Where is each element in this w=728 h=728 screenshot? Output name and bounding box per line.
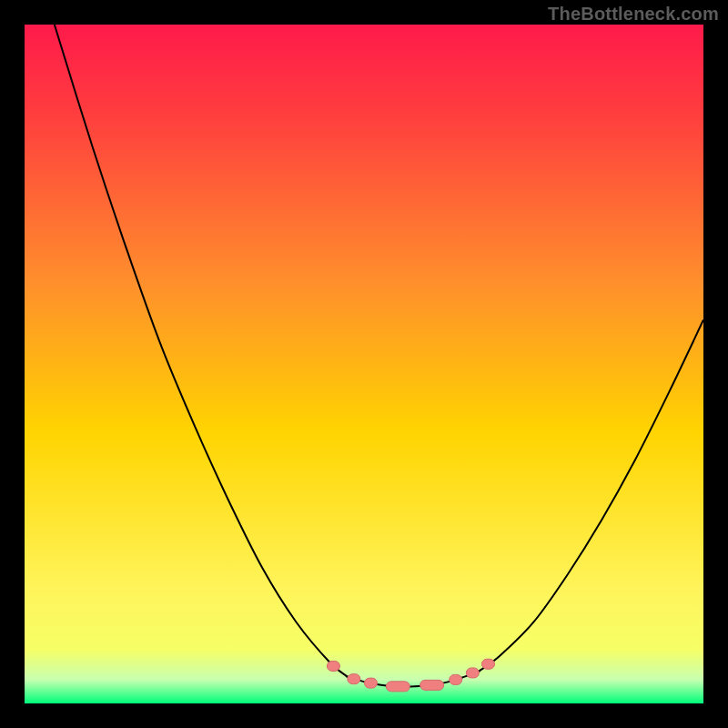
curve-marker <box>364 678 377 688</box>
curve-marker <box>348 674 360 684</box>
curve-marker <box>482 659 495 669</box>
branding-watermark: TheBottleneck.com <box>548 4 719 25</box>
curve-marker <box>327 661 339 671</box>
chart-svg <box>25 25 703 703</box>
curve-marker <box>450 674 462 684</box>
curve-marker <box>466 668 479 678</box>
outer-frame: TheBottleneck.com <box>0 0 728 728</box>
gradient-background <box>25 25 703 703</box>
chart-plot-area <box>25 25 703 703</box>
curve-marker <box>386 682 410 692</box>
curve-marker <box>420 680 444 690</box>
